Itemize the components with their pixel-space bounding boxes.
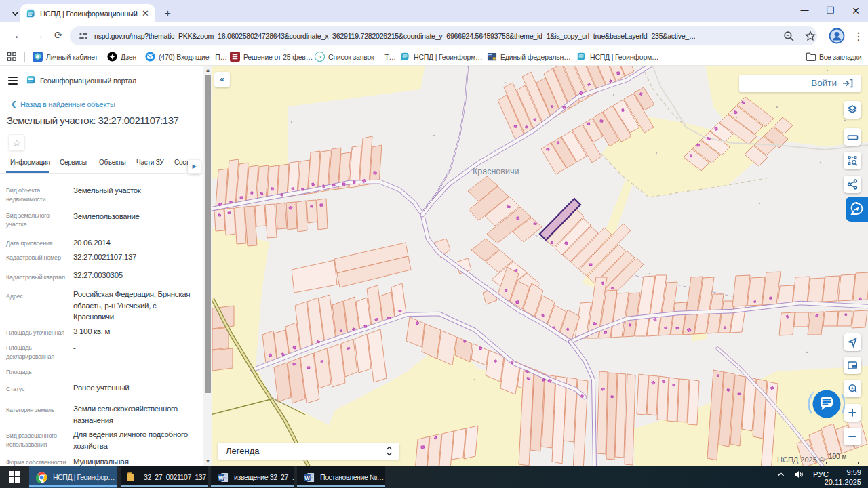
svg-text:тк: тк <box>318 54 322 59</box>
svg-text:W: W <box>304 474 310 481</box>
svg-text:Красновичи: Красновичи <box>473 167 519 176</box>
svg-text:W: W <box>218 474 224 481</box>
